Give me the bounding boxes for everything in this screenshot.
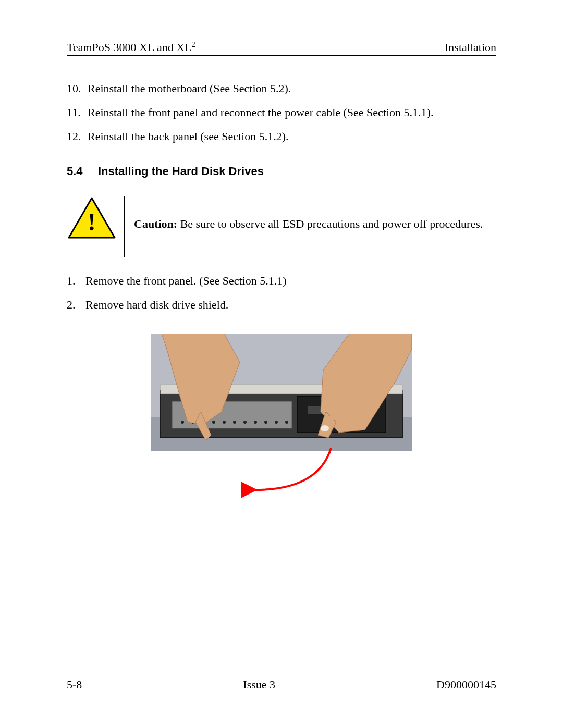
caution-text: Be sure to observe all ESD precautions a…	[177, 217, 483, 230]
svg-point-14	[264, 421, 267, 424]
header-right: Installation	[445, 41, 496, 54]
step-text: Remove the front panel. (See Section 5.1…	[85, 273, 287, 289]
figure-container	[67, 334, 496, 502]
footer-issue: Issue 3	[243, 678, 275, 692]
list-item: 2. Remove hard disk drive shield.	[67, 297, 496, 313]
footer-page-number: 5-8	[67, 678, 82, 692]
caution-block: ! Caution: Be sure to observe all ESD pr…	[67, 196, 496, 257]
page-footer: 5-8 Issue 3 D900000145	[67, 678, 496, 692]
svg-point-19	[321, 425, 329, 431]
section-title: Installing the Hard Disk Drives	[98, 165, 264, 178]
step-text: Reinstall the back panel (see Section 5.…	[88, 129, 289, 144]
section-number: 5.4	[67, 165, 98, 178]
warning-triangle-icon: !	[67, 196, 118, 242]
list-item: 10. Reinstall the motherboard (See Secti…	[67, 81, 496, 96]
header-left: TeamPoS 3000 XL and XL2	[67, 41, 195, 54]
step-text: Remove hard disk drive shield.	[85, 297, 228, 313]
svg-point-15	[275, 421, 278, 424]
svg-point-6	[181, 421, 184, 424]
page-header: TeamPoS 3000 XL and XL2 Installation	[67, 41, 496, 56]
list-item: 1. Remove the front panel. (See Section …	[67, 273, 496, 289]
svg-point-11	[233, 421, 236, 424]
step-number: 10.	[67, 81, 88, 96]
step-number: 12.	[67, 129, 88, 144]
continued-steps: 10. Reinstall the motherboard (See Secti…	[67, 81, 496, 144]
step-number: 1.	[67, 273, 85, 289]
footer-doc-number: D900000145	[436, 678, 496, 692]
svg-point-12	[243, 421, 247, 424]
header-left-base: TeamPoS 3000 XL and XL	[67, 41, 192, 54]
svg-point-9	[212, 421, 215, 424]
header-left-sup: 2	[192, 41, 195, 48]
step-text: Reinstall the motherboard (See Section 5…	[88, 81, 291, 96]
svg-point-13	[254, 421, 257, 424]
hard-drive-shield-figure	[151, 334, 412, 502]
step-number: 2.	[67, 297, 85, 313]
svg-point-10	[223, 421, 226, 424]
svg-point-16	[285, 421, 288, 424]
list-item: 12. Reinstall the back panel (see Sectio…	[67, 129, 496, 144]
procedure-steps: 1. Remove the front panel. (See Section …	[67, 273, 496, 312]
warning-mark: !	[88, 209, 95, 236]
caution-label: Caution:	[134, 217, 177, 230]
section-heading: 5.4 Installing the Hard Disk Drives	[67, 165, 496, 178]
caution-box: Caution: Be sure to observe all ESD prec…	[124, 196, 496, 257]
list-item: 11. Reinstall the front panel and reconn…	[67, 105, 496, 120]
step-text: Reinstall the front panel and reconnect …	[88, 105, 433, 120]
step-number: 11.	[67, 105, 88, 120]
